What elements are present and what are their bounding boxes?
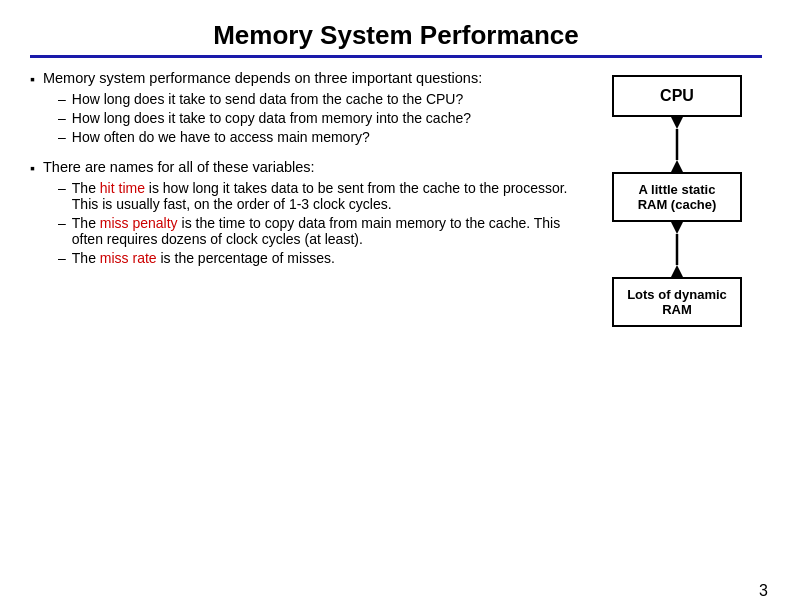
sub-2-1-prefix: The: [72, 180, 100, 196]
left-column: ▪ Memory system performance depends on t…: [30, 70, 572, 327]
arrow-cpu-cache: [662, 117, 692, 172]
cpu-box: CPU: [612, 75, 742, 117]
dash-5: –: [58, 215, 66, 231]
sub-2-2-prefix: The: [72, 215, 100, 231]
miss-rate-highlight: miss rate: [100, 250, 157, 266]
bullet-section-2: ▪ There are names for all of these varia…: [30, 159, 572, 266]
sub-bullet-2-2: – The miss penalty is the time to copy d…: [58, 215, 572, 247]
page-number: 3: [759, 582, 768, 600]
dash-3: –: [58, 129, 66, 145]
bullet-symbol-2: ▪: [30, 160, 35, 176]
sub-bullet-2-3: – The miss rate is the percentage of mis…: [58, 250, 572, 266]
sub-2-3-suffix: is the percentage of misses.: [157, 250, 335, 266]
sub-bullet-1-2: – How long does it take to copy data fro…: [58, 110, 572, 126]
dash-1: –: [58, 91, 66, 107]
sub-2-3-prefix: The: [72, 250, 100, 266]
bullet-text-2: There are names for all of these variabl…: [43, 159, 315, 175]
slide: Memory System Performance ▪ Memory syste…: [0, 0, 792, 612]
sub-bullet-1-3: – How often do we have to access main me…: [58, 129, 572, 145]
dash-4: –: [58, 180, 66, 196]
cpu-label: CPU: [660, 87, 694, 104]
title-underline: [30, 55, 762, 58]
svg-marker-2: [671, 160, 683, 172]
double-arrow-svg-2: [662, 222, 692, 277]
dash-2: –: [58, 110, 66, 126]
bullet-text-1: Memory system performance depends on thr…: [43, 70, 482, 86]
sub-bullet-1-1: – How long does it take to send data fro…: [58, 91, 572, 107]
bullet-main-1: ▪ Memory system performance depends on t…: [30, 70, 572, 87]
ram-label: Lots of dynamic RAM: [627, 287, 727, 317]
hit-time-highlight: hit time: [100, 180, 145, 196]
svg-marker-5: [671, 265, 683, 277]
sub-bullet-text-1-3: How often do we have to access main memo…: [72, 129, 370, 145]
miss-penalty-highlight: miss penalty: [100, 215, 178, 231]
sub-bullet-text-2-2: The miss penalty is the time to copy dat…: [72, 215, 572, 247]
sub-bullet-text-2-3: The miss rate is the percentage of misse…: [72, 250, 335, 266]
title-area: Memory System Performance: [30, 20, 762, 58]
bullet-section-1: ▪ Memory system performance depends on t…: [30, 70, 572, 145]
cache-box: A little static RAM (cache): [612, 172, 742, 222]
cache-label: A little static RAM (cache): [638, 182, 717, 212]
sub-bullet-text-2-1: The hit time is how long it takes data t…: [72, 180, 572, 212]
content-area: ▪ Memory system performance depends on t…: [30, 70, 762, 327]
svg-marker-3: [671, 222, 683, 234]
sub-bullet-2-1: – The hit time is how long it takes data…: [58, 180, 572, 212]
right-column-diagram: CPU A little static RAM (cache): [592, 70, 762, 327]
bullet-main-2: ▪ There are names for all of these varia…: [30, 159, 572, 176]
ram-box: Lots of dynamic RAM: [612, 277, 742, 327]
sub-2-1-suffix: is how long it takes data to be sent fro…: [72, 180, 568, 212]
sub-bullet-text-1-2: How long does it take to copy data from …: [72, 110, 471, 126]
bullet-symbol-1: ▪: [30, 71, 35, 87]
double-arrow-svg-1: [662, 117, 692, 172]
dash-6: –: [58, 250, 66, 266]
slide-title: Memory System Performance: [30, 20, 762, 51]
sub-bullet-text-1-1: How long does it take to send data from …: [72, 91, 463, 107]
svg-marker-0: [671, 117, 683, 129]
arrow-cache-ram: [662, 222, 692, 277]
